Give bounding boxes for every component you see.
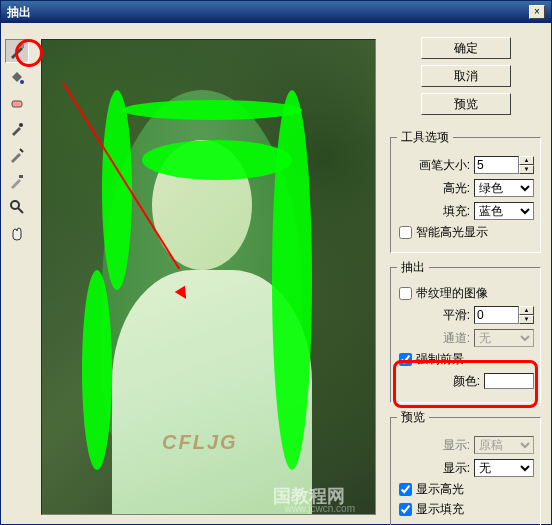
smart-highlight-checkbox[interactable] [399, 226, 412, 239]
eraser-tool[interactable] [5, 91, 29, 115]
smart-highlight-label: 智能高光显示 [416, 224, 488, 241]
canvas-area: CFLJG 国教程网 www.jcwcn.com [33, 23, 384, 524]
zoom-tool[interactable] [5, 195, 29, 219]
spin-down-icon[interactable]: ▼ [519, 165, 534, 174]
toolbar [1, 23, 33, 524]
show-select: 原稿 [474, 436, 534, 454]
hand-tool[interactable] [5, 221, 29, 245]
highlight-color-select[interactable]: 绿色 [474, 179, 534, 197]
cancel-button[interactable]: 取消 [421, 65, 511, 87]
show-fill-checkbox[interactable] [399, 503, 412, 516]
options-panel: 确定 取消 预览 工具选项 画笔大小: ▲▼ 高光: 绿色 [384, 23, 551, 524]
svg-rect-4 [19, 175, 23, 178]
ok-button[interactable]: 确定 [421, 37, 511, 59]
spin-up-icon[interactable]: ▲ [519, 306, 534, 315]
preview-legend: 预览 [397, 409, 429, 426]
smooth-label: 平滑: [443, 307, 470, 324]
fill-color-select[interactable]: 蓝色 [474, 202, 534, 220]
action-buttons: 确定 取消 预览 [390, 37, 541, 115]
smooth-input[interactable]: ▲▼ [474, 306, 534, 324]
show-label: 显示: [443, 437, 470, 454]
highlight-color-label: 高光: [443, 180, 470, 197]
show-highlight-label: 显示高光 [416, 481, 464, 498]
eyedropper-tool[interactable] [5, 117, 29, 141]
channel-select: 无 [474, 329, 534, 347]
extraction-legend: 抽出 [397, 259, 429, 276]
titlebar[interactable]: 抽出 × [1, 1, 551, 23]
preview-canvas[interactable]: CFLJG 国教程网 www.jcwcn.com [41, 39, 376, 515]
svg-point-5 [11, 201, 19, 209]
brush-size-input[interactable]: ▲▼ [474, 156, 534, 174]
dialog-content: CFLJG 国教程网 www.jcwcn.com 确定 取消 预览 工具选项 画… [1, 23, 551, 524]
force-foreground-label: 强制前景 [416, 351, 464, 368]
cleanup-tool[interactable] [5, 143, 29, 167]
brush-size-label: 画笔大小: [419, 157, 470, 174]
watermark-logo: CFLJG [162, 431, 238, 454]
spin-down-icon[interactable]: ▼ [519, 315, 534, 324]
brush-size-field[interactable] [474, 156, 519, 174]
textured-checkbox[interactable] [399, 287, 412, 300]
channel-label: 通道: [443, 330, 470, 347]
spin-up-icon[interactable]: ▲ [519, 156, 534, 165]
svg-point-3 [19, 123, 23, 127]
fill-tool[interactable] [5, 65, 29, 89]
tool-options-group: 工具选项 画笔大小: ▲▼ 高光: 绿色 填充: 蓝色 [390, 129, 541, 253]
svg-rect-2 [12, 101, 22, 107]
preview-group: 预览 显示: 原稿 显示: 无 显示高光 显示填充 [390, 409, 541, 525]
edge-touchup-tool[interactable] [5, 169, 29, 193]
force-foreground-checkbox[interactable] [399, 353, 412, 366]
show-fill-label: 显示填充 [416, 501, 464, 518]
display-select[interactable]: 无 [474, 459, 534, 477]
watermark-url: www.jcwcn.com [284, 503, 355, 514]
dialog-title: 抽出 [7, 4, 31, 21]
fg-color-swatch[interactable] [484, 373, 534, 389]
fill-color-label: 填充: [443, 203, 470, 220]
svg-rect-0 [20, 44, 24, 48]
show-highlight-checkbox[interactable] [399, 483, 412, 496]
edge-highlighter-tool[interactable] [5, 39, 29, 63]
display-label: 显示: [443, 460, 470, 477]
fg-color-label: 颜色: [453, 373, 480, 390]
tool-options-legend: 工具选项 [397, 129, 453, 146]
svg-line-6 [18, 208, 23, 213]
extract-dialog: 抽出 × [0, 0, 552, 525]
svg-point-1 [20, 80, 24, 84]
textured-label: 带纹理的图像 [416, 285, 488, 302]
smooth-field[interactable] [474, 306, 519, 324]
close-button[interactable]: × [529, 5, 545, 19]
preview-button[interactable]: 预览 [421, 93, 511, 115]
extraction-group: 抽出 带纹理的图像 平滑: ▲▼ 通道: 无 [390, 259, 541, 403]
